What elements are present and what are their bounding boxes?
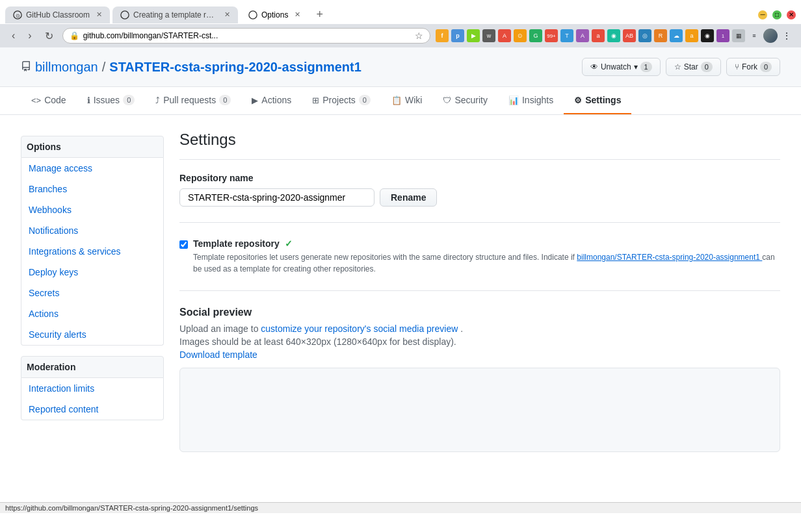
- address-input[interactable]: [83, 31, 411, 40]
- menu-button[interactable]: ⋮: [780, 29, 793, 42]
- ext-icon-15[interactable]: R: [654, 29, 667, 42]
- sidebar-item-notifications[interactable]: Notifications: [21, 220, 163, 241]
- nav-wiki[interactable]: 📋 Wiki: [381, 87, 432, 114]
- sidebar-item-security-alerts[interactable]: Security alerts: [21, 324, 163, 345]
- ext-icon-3[interactable]: ▶: [467, 29, 480, 42]
- user-avatar[interactable]: [763, 29, 778, 43]
- nav-issues[interactable]: ℹ Issues 0: [77, 87, 146, 114]
- nav-pull-requests[interactable]: ⤴ Pull requests 0: [145, 87, 241, 114]
- repo-owner-link[interactable]: billmongan: [35, 60, 98, 75]
- nav-settings[interactable]: ⚙ Settings: [564, 87, 631, 114]
- back-button[interactable]: ‹: [8, 29, 19, 43]
- maximize-button[interactable]: □: [772, 10, 781, 19]
- minimize-button[interactable]: ─: [758, 10, 767, 19]
- ext-icon-14[interactable]: ◎: [638, 29, 651, 42]
- browser-tab-2[interactable]: Creating a template repository - ✕: [112, 6, 238, 23]
- rename-button[interactable]: Rename: [380, 188, 437, 207]
- issues-count: 0: [123, 95, 135, 105]
- reload-button[interactable]: ↻: [41, 29, 57, 44]
- template-checkbox-group: Template repository ✓ Template repositor…: [179, 238, 780, 275]
- social-preview-group: Social preview Upload an image to custom…: [179, 307, 780, 452]
- star-count: 0: [701, 62, 713, 72]
- ext-icon-13[interactable]: AB: [623, 29, 636, 42]
- nav-insights[interactable]: 📊 Insights: [498, 87, 564, 114]
- ext-icon-12[interactable]: ◉: [607, 29, 620, 42]
- sidebar-item-manage-access[interactable]: Manage access: [21, 158, 163, 179]
- sidebar-item-deploy-keys[interactable]: Deploy keys: [21, 262, 163, 283]
- tab-favicon-2: [120, 10, 129, 19]
- sidebar-item-branches[interactable]: Branches: [21, 179, 163, 199]
- repo-title: billmongan / STARTER-csta-spring-2020-as…: [21, 60, 361, 75]
- tab-close-3[interactable]: ✕: [295, 10, 300, 19]
- ext-icon-19[interactable]: 1: [716, 29, 729, 42]
- repo-name-row: Rename: [179, 188, 780, 207]
- ext-icon-2[interactable]: p: [451, 29, 464, 42]
- nav-security[interactable]: 🛡 Security: [432, 87, 498, 114]
- browser-tab-3[interactable]: Options ✕: [241, 6, 308, 23]
- ext-icon-16[interactable]: ☁: [670, 29, 683, 42]
- repo-name-input[interactable]: [179, 188, 374, 207]
- ext-icon-18[interactable]: ◉: [701, 29, 714, 42]
- tab-close-1[interactable]: ✕: [96, 10, 102, 19]
- social-preview-link[interactable]: customize your repository's social media…: [261, 323, 460, 334]
- browser-tab-1[interactable]: ⊙ GitHub Classroom ✕: [5, 6, 110, 23]
- settings-icon: ⚙: [574, 95, 582, 105]
- repo-separator: /: [102, 60, 106, 75]
- nav-actions[interactable]: ▶ Actions: [241, 87, 302, 114]
- pr-icon: ⤴: [155, 95, 160, 105]
- github-page: billmongan / STARTER-csta-spring-2020-as…: [0, 47, 801, 502]
- template-check-icon: ✓: [285, 238, 293, 249]
- sidebar: Options Manage access Branches Webhooks …: [21, 131, 164, 465]
- ext-icon-1[interactable]: f: [436, 29, 449, 42]
- nav-code[interactable]: <> Code: [21, 87, 77, 114]
- sidebar-item-interaction-limits[interactable]: Interaction limits: [21, 378, 163, 399]
- sidebar-item-webhooks[interactable]: Webhooks: [21, 199, 163, 220]
- sidebar-item-integrations[interactable]: Integrations & services: [21, 241, 163, 262]
- projects-count: 0: [359, 95, 371, 105]
- divider-2: [179, 290, 780, 291]
- insights-icon: 📊: [508, 95, 519, 105]
- template-label-group: Template repository ✓ Template repositor…: [193, 238, 780, 275]
- nav-projects[interactable]: ⊞ Projects 0: [302, 87, 381, 114]
- ext-icon-6[interactable]: ⊙: [514, 29, 527, 42]
- forward-button[interactable]: ›: [24, 29, 35, 43]
- sidebar-moderation-header: Moderation: [21, 356, 164, 378]
- social-preview-size: Images should be at least 640×320px (128…: [179, 336, 780, 347]
- template-description: Template repositories let users generate…: [193, 251, 780, 275]
- template-checkbox-label[interactable]: Template repository ✓: [193, 238, 293, 249]
- actions-icon: ▶: [252, 95, 258, 105]
- tab-title-2: Creating a template repository -: [133, 10, 218, 19]
- ext-icon-5[interactable]: A: [498, 29, 511, 42]
- tab-title-1: GitHub Classroom: [26, 10, 90, 19]
- star-button[interactable]: ☆ Star 0: [666, 58, 721, 76]
- tab-title-3: Options: [261, 10, 288, 19]
- template-desc-link[interactable]: billmongan/STARTER-csta-spring-2020-assi…: [577, 253, 762, 262]
- ext-icon-9[interactable]: T: [560, 29, 573, 42]
- ext-icon-10[interactable]: A: [576, 29, 589, 42]
- download-template-link[interactable]: Download template: [179, 349, 257, 360]
- sidebar-item-secrets[interactable]: Secrets: [21, 283, 163, 303]
- ext-icon-4[interactable]: w: [482, 29, 495, 42]
- repo-name-link[interactable]: STARTER-csta-spring-2020-assignment1: [109, 60, 361, 75]
- new-tab-button[interactable]: +: [311, 5, 328, 24]
- pr-count: 0: [219, 95, 231, 105]
- ext-icon-11[interactable]: a: [592, 29, 605, 42]
- ext-icon-7[interactable]: G: [529, 29, 542, 42]
- repo-name-group: Repository name Rename: [179, 173, 780, 207]
- address-bar[interactable]: 🔒 ☆: [62, 28, 430, 44]
- ext-icon-17[interactable]: a: [685, 29, 698, 42]
- fork-button[interactable]: ⑂ Fork 0: [726, 58, 780, 76]
- star-icon[interactable]: ☆: [415, 31, 423, 41]
- unwatch-button[interactable]: 👁 Unwatch ▾ 1: [582, 58, 661, 76]
- eye-icon: 👁: [590, 62, 598, 71]
- profile-menu-icon[interactable]: ≡: [748, 29, 761, 42]
- template-checkbox[interactable]: [179, 240, 188, 249]
- sidebar-item-actions[interactable]: Actions: [21, 303, 163, 324]
- close-button[interactable]: ✕: [787, 10, 796, 19]
- ext-icon-20[interactable]: ▦: [732, 29, 745, 42]
- repo-header: billmongan / STARTER-csta-spring-2020-as…: [0, 47, 801, 87]
- sidebar-item-reported-content[interactable]: Reported content: [21, 399, 163, 420]
- repo-name-label: Repository name: [179, 173, 780, 183]
- tab-close-2[interactable]: ✕: [224, 10, 230, 19]
- ext-icon-8[interactable]: 99+: [545, 29, 558, 42]
